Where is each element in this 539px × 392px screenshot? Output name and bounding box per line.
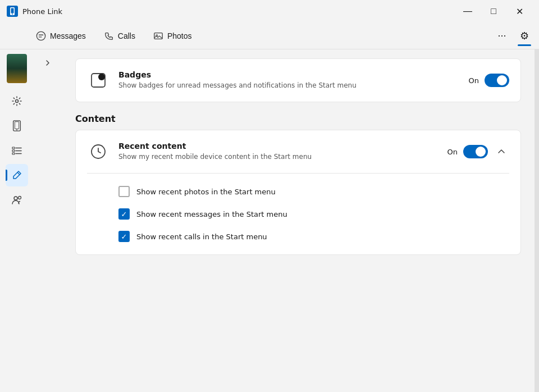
recent-content-expand-button[interactable] [494, 144, 509, 159]
content-section-heading: Content [75, 113, 521, 124]
svg-point-17 [98, 74, 105, 80]
chevron-right-icon [44, 60, 51, 66]
recent-content-description: Show my recent mobile device content in … [118, 152, 438, 162]
window-controls: — □ ✕ [455, 2, 532, 20]
phone-preview [7, 54, 27, 83]
tab-messages[interactable]: Messages [28, 26, 94, 46]
tab-messages-label: Messages [50, 31, 86, 40]
scrollbar[interactable] [535, 49, 539, 392]
badges-card: Badges Show badges for unread messages a… [75, 58, 521, 102]
tab-photos-label: Photos [167, 31, 192, 40]
sidebar-item-list[interactable] [6, 139, 28, 162]
settings-nav-button[interactable]: ⚙ [514, 26, 535, 46]
checkbox-photos-row: Show recent photos in the Start menu [118, 180, 509, 203]
main-layout: Badges Show badges for unread messages a… [0, 49, 539, 392]
checkbox-section: Show recent photos in the Start menu Sho… [76, 174, 520, 254]
tab-photos[interactable]: Photos [145, 26, 200, 46]
checkbox-photos[interactable] [118, 186, 130, 197]
chevron-up-icon [497, 148, 505, 156]
svg-rect-2 [11, 8, 14, 13]
close-button[interactable]: ✕ [506, 2, 532, 20]
recent-content-text: Recent content Show my recent mobile dev… [118, 142, 438, 162]
main-content: Badges Show badges for unread messages a… [62, 49, 535, 392]
list-icon [11, 145, 22, 156]
svg-point-7 [16, 100, 19, 103]
svg-rect-9 [15, 122, 19, 129]
svg-rect-8 [13, 121, 21, 131]
sidebar-item-phone[interactable] [6, 115, 28, 137]
sidebar [0, 49, 34, 392]
people-icon [11, 194, 22, 206]
badges-toggle-label: On [469, 76, 479, 85]
app-title: Phone Link [22, 7, 450, 16]
badges-icon [89, 71, 107, 89]
sub-sidebar-chevron[interactable] [39, 54, 57, 72]
content-wrapper: Badges Show badges for unread messages a… [34, 49, 539, 392]
title-bar: Phone Link — □ ✕ [0, 0, 539, 22]
sub-sidebar [34, 49, 62, 392]
svg-point-3 [12, 13, 13, 15]
badges-text: Badges Show badges for unread messages a… [118, 70, 460, 90]
recent-content-control: On [447, 144, 509, 159]
svg-point-15 [19, 197, 21, 199]
checkbox-messages-label: Show recent messages in the Start menu [136, 210, 287, 218]
clock-icon [90, 144, 106, 159]
recent-content-icon-wrap [87, 140, 109, 163]
checkbox-calls-label: Show recent calls in the Start menu [136, 233, 267, 241]
more-options-button[interactable]: ··· [492, 26, 512, 46]
svg-rect-13 [12, 153, 15, 154]
tab-calls-label: Calls [118, 31, 135, 40]
sidebar-item-people[interactable] [6, 189, 28, 211]
edit-icon [11, 170, 22, 181]
messages-icon [36, 31, 46, 41]
svg-rect-11 [12, 147, 15, 149]
photos-icon [153, 31, 163, 41]
svg-point-10 [16, 129, 17, 130]
badges-icon-wrap [87, 69, 109, 92]
app-icon [7, 6, 18, 17]
badges-toggle[interactable] [485, 74, 509, 87]
sidebar-item-edit[interactable] [6, 164, 28, 186]
checkbox-calls-row: Show recent calls in the Start menu [118, 225, 509, 248]
nav-bar: Messages Calls Photos ··· ⚙ [0, 22, 539, 49]
recent-content-toggle[interactable] [463, 145, 488, 158]
badges-control: On [469, 74, 509, 87]
svg-point-14 [14, 197, 17, 200]
maximize-button[interactable]: □ [481, 2, 506, 20]
recent-content-toggle-label: On [447, 148, 458, 156]
badges-title: Badges [118, 70, 460, 79]
checkbox-photos-label: Show recent photos in the Start menu [136, 188, 276, 196]
svg-rect-5 [154, 33, 162, 39]
calls-icon [104, 31, 114, 41]
tab-calls[interactable]: Calls [96, 26, 143, 46]
recent-content-card: Recent content Show my recent mobile dev… [75, 130, 521, 255]
svg-rect-12 [12, 150, 15, 152]
sidebar-item-settings[interactable] [6, 90, 28, 112]
recent-content-row: Recent content Show my recent mobile dev… [76, 130, 520, 173]
phone-icon [12, 120, 22, 131]
svg-point-4 [36, 31, 45, 40]
minimize-button[interactable]: — [455, 2, 481, 20]
settings-icon [11, 95, 22, 107]
checkbox-messages[interactable] [118, 208, 130, 220]
badges-description: Show badges for unread messages and noti… [118, 81, 460, 90]
checkbox-messages-row: Show recent messages in the Start menu [118, 203, 509, 225]
checkbox-calls[interactable] [118, 231, 130, 242]
badges-row: Badges Show badges for unread messages a… [76, 59, 520, 102]
recent-content-title: Recent content [118, 142, 438, 151]
